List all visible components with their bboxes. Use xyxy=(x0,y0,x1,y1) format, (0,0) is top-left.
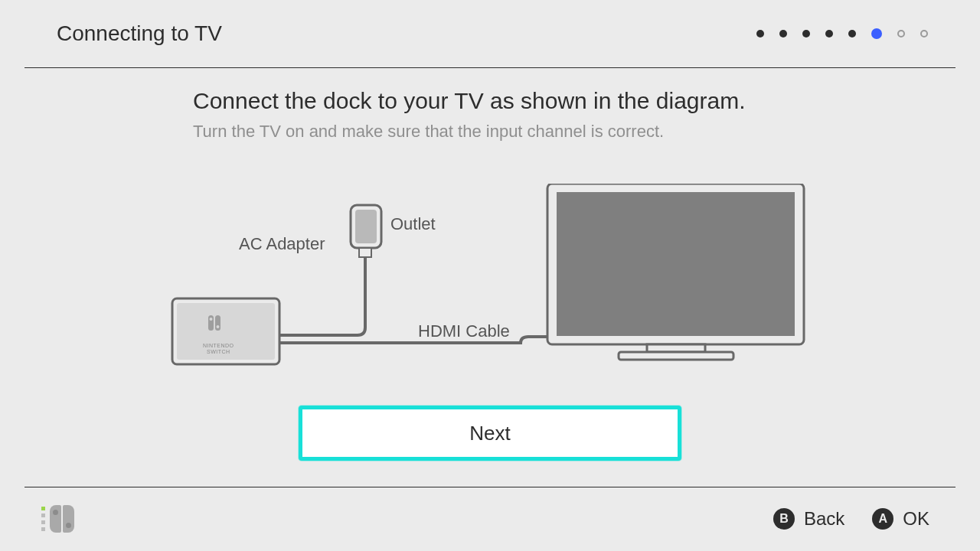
progress-dot-future xyxy=(897,30,905,37)
hdmi-cable-label: HDMI Cable xyxy=(418,321,510,341)
progress-dot xyxy=(756,30,764,37)
progress-dot xyxy=(825,30,833,37)
progress-dot xyxy=(779,30,787,37)
ac-adapter-label: AC Adapter xyxy=(239,234,325,254)
footer: B Back A OK xyxy=(0,487,980,551)
button-hints: B Back A OK xyxy=(773,508,929,530)
controller-indicator-icon xyxy=(41,505,74,533)
next-button-label: Next xyxy=(469,422,510,445)
tv-icon xyxy=(547,184,804,360)
joycon-right-icon xyxy=(63,505,74,533)
a-button-icon: A xyxy=(872,508,893,530)
joycon-left-icon xyxy=(50,505,61,533)
instruction-title: Connect the dock to your TV as shown in … xyxy=(193,88,934,114)
b-button-icon: B xyxy=(773,508,795,530)
ok-label: OK xyxy=(903,508,929,530)
page-title: Connecting to TV xyxy=(57,21,222,46)
dock-brand-line1: NINTENDO xyxy=(203,343,234,348)
progress-dot-active xyxy=(871,28,882,39)
activity-dots-icon xyxy=(41,507,45,531)
content: Connect the dock to your TV as shown in … xyxy=(193,88,934,142)
svg-rect-1 xyxy=(557,192,795,336)
progress-dot-future xyxy=(920,30,928,37)
svg-rect-3 xyxy=(619,352,733,360)
progress-dot xyxy=(848,30,856,37)
back-label: Back xyxy=(804,508,844,530)
dock-brand-line2: SWITCH xyxy=(207,349,230,354)
outlet-label: Outlet xyxy=(390,214,436,234)
progress-dots xyxy=(756,28,928,39)
next-button[interactable]: Next xyxy=(299,406,681,461)
diagram-svg xyxy=(161,184,819,390)
svg-rect-11 xyxy=(355,210,377,243)
svg-point-8 xyxy=(210,318,213,321)
header: Connecting to TV xyxy=(0,0,980,67)
divider xyxy=(24,67,956,68)
svg-point-9 xyxy=(217,325,220,328)
ac-adapter-icon xyxy=(351,205,381,257)
ok-hint[interactable]: A OK xyxy=(872,508,929,530)
connection-diagram: Outlet AC Adapter HDMI Cable NINTENDO SW… xyxy=(161,184,819,390)
back-hint[interactable]: B Back xyxy=(773,508,844,530)
joycons-icon xyxy=(50,505,74,533)
instruction-subtitle: Turn the TV on and make sure that the in… xyxy=(193,122,934,142)
dock-brand-label: NINTENDO SWITCH xyxy=(203,343,234,354)
progress-dot xyxy=(802,30,810,37)
svg-rect-12 xyxy=(359,248,371,257)
